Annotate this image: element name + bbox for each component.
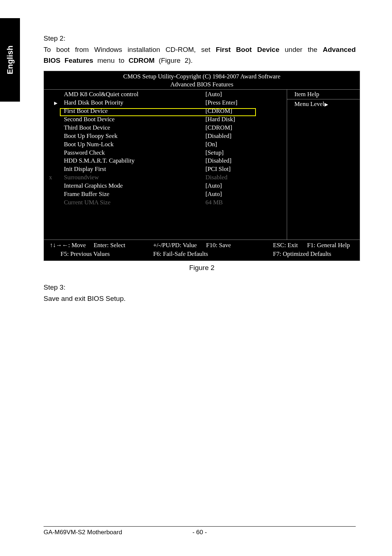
bios-setting-row: Init Display First[PCI Slot] <box>44 165 287 173</box>
bios-header: CMOS Setup Utility-Copyright (C) 1984-20… <box>44 71 360 89</box>
bios-setting-label: HDD S.M.A.R.T. Capability <box>44 157 158 165</box>
key-select: Enter: Select <box>94 242 125 249</box>
key-optimized: F7: Optimized Defaults <box>273 250 331 257</box>
footer-col2: +/-/PU/PD: Value F10: Save F6: Fail-Safe… <box>153 241 273 258</box>
highlight-box <box>60 108 256 116</box>
bios-setting-row: Password Check[Setup] <box>44 149 287 157</box>
right-arrow-icon: ▶ <box>324 102 328 107</box>
key-exit: ESC: Exit <box>273 242 298 249</box>
bios-label-text: AMD K8 Cool&Quiet control <box>64 91 138 98</box>
instr-text: (Figure 2). <box>155 57 193 64</box>
bios-setting-row: Third Boot Device[CDROM] <box>44 124 287 132</box>
bios-setting-value: [Disabled] <box>158 132 287 140</box>
bios-label-text: Hard Disk Boot Priority <box>64 99 123 106</box>
bios-label-text: Third Boot Device <box>64 124 110 131</box>
instr-text: under the <box>279 46 323 53</box>
bios-label-text: HDD S.M.A.R.T. Capability <box>64 157 135 164</box>
key-help: F1: General Help <box>307 242 350 249</box>
language-tab: English <box>0 18 20 102</box>
instr-bold3: CDROM <box>128 57 155 64</box>
instr-text: To boot from Windows installation CD-ROM… <box>44 46 216 53</box>
page-footer: GA-M69VM-S2 Motherboard - 60 - <box>44 526 356 536</box>
bios-setting-value: [Disabled] <box>158 157 287 165</box>
page-content: Step 2: To boot from Windows installatio… <box>44 34 356 308</box>
bios-help-panel: Item Help Menu Level▶ <box>287 90 360 240</box>
bios-setting-row: Boot Up Floopy Seek[Disabled] <box>44 132 287 140</box>
bios-setting-row: Frame Buffer Size[Auto] <box>44 190 287 199</box>
bios-setting-label: xSurroundview <box>44 173 158 182</box>
bios-label-text: Current UMA Size <box>64 199 110 206</box>
bios-setting-label: Boot Up Floopy Seek <box>44 132 158 140</box>
step2-instruction: To boot from Windows installation CD-ROM… <box>44 44 356 66</box>
bios-setting-value: [Press Enter] <box>158 99 287 107</box>
bios-label-text: Internal Graphics Mode <box>64 182 123 189</box>
menu-level-text: Menu Level <box>294 101 324 107</box>
bios-setting-label: Frame Buffer Size <box>44 190 158 199</box>
footer-col1: ↑↓→←: Move Enter: Select F5: Previous Va… <box>50 241 153 258</box>
bios-setting-row: Internal Graphics Mode[Auto] <box>44 182 287 190</box>
bios-setting-label: ▶Hard Disk Boot Priority <box>44 99 158 107</box>
step3-heading: Step 3: <box>44 283 356 291</box>
figure-caption: Figure 2 <box>44 264 360 272</box>
bios-setting-row: Second Boot Device[Hard Disk] <box>44 115 287 124</box>
bios-setting-row: Current UMA Size64 MB <box>44 199 287 207</box>
item-help-title: Item Help <box>287 90 360 99</box>
bios-title2: Advanced BIOS Features <box>44 81 360 89</box>
key-failsafe: F6: Fail-Safe Defaults <box>153 250 208 257</box>
bios-setting-value: [CDROM] <box>158 124 287 132</box>
key-move: ↑↓→←: Move <box>50 242 86 249</box>
bios-setting-row: ▶Hard Disk Boot Priority[Press Enter] <box>44 99 287 107</box>
bios-settings-panel: AMD K8 Cool&Quiet control[Auto]▶Hard Dis… <box>44 90 287 240</box>
bios-setting-row: HDD S.M.A.R.T. Capability[Disabled] <box>44 157 287 165</box>
instr-text: menu to <box>93 57 128 64</box>
bios-setting-label: Third Boot Device <box>44 124 158 132</box>
bios-setting-label: Current UMA Size <box>44 199 158 207</box>
bios-label-text: Boot Up Floopy Seek <box>64 132 118 139</box>
bios-setting-label: Second Boot Device <box>44 115 158 124</box>
instr-bold1: First Boot Device <box>216 46 279 53</box>
bios-setting-value: [Auto] <box>158 190 287 199</box>
bios-setting-value: [PCI Slot] <box>158 165 287 173</box>
bios-setting-value: [Auto] <box>158 90 287 99</box>
bios-label-text: Frame Buffer Size <box>64 191 109 197</box>
bios-label-text: Password Check <box>64 149 105 156</box>
menu-level: Menu Level▶ <box>287 99 360 109</box>
bios-setting-row: AMD K8 Cool&Quiet control[Auto] <box>44 90 287 99</box>
step2-heading: Step 2: <box>44 34 356 42</box>
language-tab-text: English <box>5 45 15 74</box>
disabled-x-mark: x <box>49 173 52 182</box>
current-item-arrow-icon: ▶ <box>54 100 57 106</box>
bios-setting-label: Password Check <box>44 149 158 157</box>
bios-setting-value: 64 MB <box>158 199 287 207</box>
footer-product: GA-M69VM-S2 Motherboard <box>44 529 181 536</box>
bios-screenshot: CMOS Setup Utility-Copyright (C) 1984-20… <box>44 71 360 261</box>
bios-label-text: Surroundview <box>64 174 99 181</box>
bios-setting-label: Internal Graphics Mode <box>44 182 158 190</box>
bios-setting-value: [Auto] <box>158 182 287 190</box>
bios-setting-value: [On] <box>158 140 287 149</box>
bios-body: AMD K8 Cool&Quiet control[Auto]▶Hard Dis… <box>44 89 360 240</box>
bios-setting-value: [Hard Disk] <box>158 115 287 124</box>
step3-text: Save and exit BIOS Setup. <box>44 293 356 304</box>
bios-label-text: Boot Up Num-Lock <box>64 141 114 148</box>
footer-page-number: - 60 - <box>181 529 218 536</box>
key-save: F10: Save <box>206 242 231 249</box>
bios-footer: ↑↓→←: Move Enter: Select F5: Previous Va… <box>44 240 360 261</box>
key-prev: F5: Previous Values <box>61 250 110 257</box>
key-value: +/-/PU/PD: Value <box>153 242 197 249</box>
step3-block: Step 3: Save and exit BIOS Setup. <box>44 283 356 304</box>
bios-title1: CMOS Setup Utility-Copyright (C) 1984-20… <box>44 73 360 81</box>
footer-col3: ESC: Exit F1: General Help F7: Optimized… <box>273 241 354 258</box>
bios-setting-row: xSurroundviewDisabled <box>44 173 287 182</box>
bios-setting-value: [Setup] <box>158 149 287 157</box>
bios-setting-label: Init Display First <box>44 165 158 173</box>
bios-setting-label: AMD K8 Cool&Quiet control <box>44 90 158 99</box>
bios-label-text: Init Display First <box>64 165 106 172</box>
bios-setting-row: Boot Up Num-Lock[On] <box>44 140 287 149</box>
bios-label-text: Second Boot Device <box>64 116 115 123</box>
bios-setting-value: Disabled <box>158 173 287 182</box>
footer-spacer <box>218 529 356 536</box>
bios-setting-label: Boot Up Num-Lock <box>44 140 158 149</box>
